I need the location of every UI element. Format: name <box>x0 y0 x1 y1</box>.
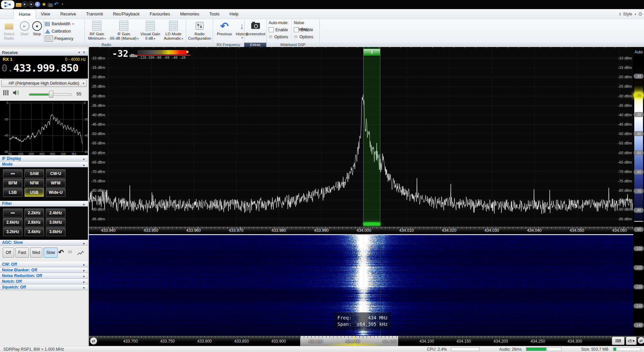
select-radio-button[interactable]: Select Radio <box>1 20 17 42</box>
radio-configuration-button[interactable]: Radio Configuration <box>187 20 212 42</box>
mode-button-wide-u[interactable]: Wide-U <box>46 188 65 197</box>
scale-shift-button-right[interactable]: ⇄ <box>638 337 644 344</box>
bandwidth-button[interactable]: Bandwidth▾ <box>45 21 74 27</box>
tab-transmit[interactable]: Transmit <box>81 9 108 19</box>
qat-start-icon[interactable]: ▶ <box>22 1 28 8</box>
tab-memories[interactable]: Memories <box>175 9 204 19</box>
filter-button-3.2khz[interactable]: 3.2kHz <box>3 227 22 236</box>
agc-graph-icon[interactable] <box>77 250 85 256</box>
scale-shift-button-left[interactable]: ⇄ <box>90 337 97 345</box>
mode-button-wfm[interactable]: WFM <box>46 179 65 187</box>
audio-device-select[interactable]: HP (Périphérique High Definition Audio) … <box>1 80 87 87</box>
section-cw[interactable]: CW: Off▼ <box>0 262 88 267</box>
palette-tick--40[interactable]: -40 <box>634 131 644 136</box>
palette-tick--70[interactable]: -70 <box>634 189 644 194</box>
rf-gain-button[interactable]: RF Gain Minimum▾ <box>86 20 108 42</box>
rx-band-marker-tab[interactable]: 1 <box>363 49 380 55</box>
section-agc[interactable]: AGC: Slow▲ <box>0 240 88 246</box>
if-gain-button[interactable]: IF Gain -55 dB (Manual)▾ <box>109 20 139 42</box>
filter-button-2.8khz[interactable]: 2.8kHz <box>24 218 44 227</box>
tab-help[interactable]: Help <box>224 9 244 19</box>
section-mode[interactable]: Mode▲ <box>0 162 88 167</box>
mode-button-more[interactable]: ••• <box>3 169 22 178</box>
palette-tick--110[interactable]: -110 <box>634 265 644 270</box>
tab-tools[interactable]: Tools <box>204 9 224 19</box>
palette-tick--10[interactable]: -10 <box>634 74 644 79</box>
mode-button-usb[interactable]: USB <box>24 188 44 197</box>
palette-tick--80[interactable]: -80 <box>634 208 644 213</box>
palette-tick--90[interactable]: -90 <box>634 227 644 232</box>
mode-button-nfm[interactable]: NFM <box>24 179 44 187</box>
qat-favourite-icon[interactable]: ★ <box>41 1 47 8</box>
spectrum-display[interactable] <box>89 47 633 227</box>
qat-folder-icon[interactable] <box>15 1 21 8</box>
palette-tick--50[interactable]: -50 <box>634 150 644 156</box>
noise-blanker-options-button[interactable]: ⚙Options <box>294 33 318 40</box>
filter-button-2.4khz[interactable]: 2.4kHz <box>46 209 65 217</box>
filter-button-3.4khz[interactable]: 3.4kHz <box>24 227 44 236</box>
panel-close-icon[interactable]: × <box>83 49 85 56</box>
screenshot-button[interactable]: Screenshot <box>246 20 266 42</box>
app-logo-button[interactable] <box>1 0 14 9</box>
qat-undo-icon[interactable]: ↶ <box>53 1 59 8</box>
qat-screenshot-icon[interactable] <box>47 1 53 8</box>
visual-gain-button[interactable]: Visual Gain 0 dB▾ <box>140 20 161 42</box>
agc-button-off[interactable]: Off <box>3 248 14 258</box>
receive-panel-header[interactable]: Receive ▾ × <box>0 49 88 56</box>
qat-add-icon[interactable]: + <box>35 1 41 8</box>
auto-mute-options-button[interactable]: ⚙Options <box>269 33 290 40</box>
agc-envelope-icon[interactable]: ✉ <box>68 249 72 255</box>
panel-pin-icon[interactable]: ▾ <box>78 49 80 56</box>
palette-tick--30[interactable]: -30 <box>634 112 644 117</box>
filter-button-2.2khz[interactable]: 2.2kHz <box>24 209 44 217</box>
mode-button-lsb[interactable]: LSB <box>3 188 22 197</box>
palette-tick--120[interactable]: -120 <box>634 284 644 290</box>
zoom-button[interactable]: x5▶ <box>626 337 637 345</box>
previous-frequency-button[interactable]: ↶ Previous <box>215 20 234 42</box>
start-button[interactable]: ▶ Start <box>18 20 31 42</box>
tab-home[interactable]: Home <box>13 9 36 19</box>
tuned-frequency-value[interactable]: 0.433.999.850 <box>1 62 78 74</box>
palette-tick--100[interactable]: -100 <box>634 246 644 251</box>
tab-favourites[interactable]: Favourites <box>145 9 175 19</box>
palette-tick--20[interactable]: -20 <box>634 93 644 98</box>
tab-receive[interactable]: Receive <box>55 9 81 19</box>
mode-button-bfm[interactable]: BFM <box>3 179 22 187</box>
frequency-entry-button[interactable]: ⌨ <box>612 337 625 345</box>
section-if-display[interactable]: IF Display▼ <box>0 156 88 162</box>
equalizer-icon[interactable] <box>3 90 9 95</box>
palette-auto-button[interactable]: Auto <box>633 50 644 54</box>
section-noise-reduction[interactable]: Noise Reduction: Off▼ <box>0 273 88 279</box>
settings-gear-icon[interactable]: ⚙ <box>638 11 643 17</box>
lo-mode-button[interactable]: LO Mode Automatic▾ <box>162 20 184 42</box>
volume-slider-thumb[interactable] <box>49 91 53 98</box>
filter-button-3.0khz[interactable]: 3.0kHz <box>46 218 65 227</box>
filter-button-2.6khz[interactable]: 2.6kHz <box>3 218 22 227</box>
mode-button-cw-u[interactable]: CW-U <box>46 169 65 178</box>
agc-button-med[interactable]: Med <box>30 248 42 258</box>
tab-view[interactable]: View <box>36 9 55 19</box>
speaker-icon[interactable] <box>13 90 20 96</box>
agc-button-fast[interactable]: Fast <box>15 248 29 258</box>
calibration-button[interactable]: Calibration <box>45 28 71 34</box>
section-noise-blanker[interactable]: Noise Blanker: Off▼ <box>0 267 88 273</box>
spin-chevrons-icon[interactable]: ▲▼ <box>619 12 621 16</box>
palette-tick--60[interactable]: -60 <box>634 170 644 175</box>
rx-band-bottom-marker[interactable] <box>363 222 380 226</box>
palette-tick--130[interactable]: -130 <box>634 304 644 309</box>
mode-button-sam[interactable]: SAM <box>24 169 44 178</box>
filter-button-3.6khz[interactable]: 3.6kHz <box>46 227 65 236</box>
auto-mute-enable-checkbox[interactable]: Enable <box>269 26 290 33</box>
section-squelch[interactable]: Squelch: Off▼ <box>0 284 88 290</box>
agc-undo-icon[interactable]: ↶ <box>56 248 66 258</box>
qat-customize-caret-icon[interactable]: ▾ <box>59 1 65 8</box>
rx-band-region[interactable] <box>363 47 380 226</box>
tab-recplayback[interactable]: Rec/Playback <box>108 9 145 19</box>
audio-spectrum-chart[interactable] <box>9 103 83 152</box>
palette-tick--140[interactable]: -140 <box>634 323 644 328</box>
style-button[interactable]: Style <box>623 12 632 16</box>
section-notch[interactable]: Notch: Off▼ <box>0 279 88 284</box>
stop-button[interactable]: ■ Stop <box>31 20 43 42</box>
filter-button-more[interactable]: ••• <box>3 209 22 217</box>
agc-button-slow[interactable]: Slow <box>44 248 58 258</box>
